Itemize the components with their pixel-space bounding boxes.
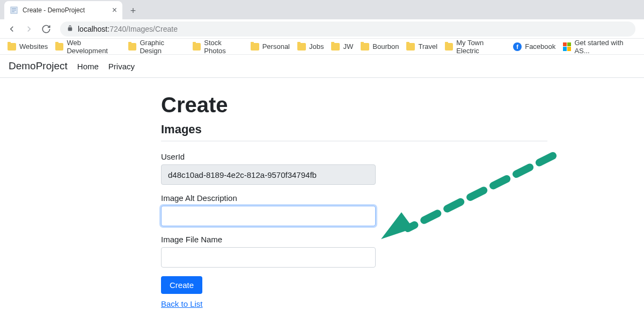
- bookmarks-bar: WebsitesWeb DevelopmentGraphic DesignSto…: [0, 39, 644, 55]
- microsoft-icon: [563, 42, 571, 51]
- folder-icon: [331, 43, 340, 51]
- create-button[interactable]: Create: [161, 276, 202, 294]
- bookmark-item[interactable]: Graphic Design: [125, 37, 188, 57]
- reload-button[interactable]: [39, 21, 54, 37]
- page-subheading: Images: [161, 123, 547, 136]
- folder-icon: [297, 43, 306, 51]
- app-brand[interactable]: DemoProject: [9, 60, 68, 72]
- folder-icon: [406, 43, 415, 51]
- page-favicon: [10, 6, 18, 15]
- image-alt-field[interactable]: [161, 206, 376, 226]
- bookmark-item[interactable]: Travel: [403, 40, 441, 53]
- bookmark-label: Get started with AS...: [574, 39, 636, 55]
- folder-icon: [361, 43, 369, 51]
- bookmark-item[interactable]: fFacebook: [510, 40, 559, 53]
- back-to-list-link[interactable]: Back to List: [161, 299, 203, 308]
- forward-button[interactable]: [21, 21, 36, 37]
- bookmark-item[interactable]: Jobs: [294, 40, 327, 53]
- bookmark-label: Jobs: [309, 42, 324, 51]
- bookmark-label: Graphic Design: [140, 39, 185, 55]
- bookmark-item[interactable]: My Town Electric: [442, 37, 509, 57]
- bookmark-label: Personal: [262, 42, 290, 51]
- page-heading: Create: [161, 93, 547, 117]
- close-tab-icon[interactable]: ×: [112, 5, 117, 15]
- folder-icon: [445, 43, 453, 51]
- userid-field[interactable]: [161, 164, 376, 185]
- new-tab-button[interactable]: +: [126, 3, 141, 18]
- url-text: localhost:7240/Images/Create: [78, 25, 178, 33]
- bookmark-item[interactable]: Websites: [4, 40, 51, 53]
- bookmark-item[interactable]: JW: [328, 40, 356, 53]
- browser-tab-strip: Create - DemoProject × +: [0, 0, 644, 19]
- svg-rect-2: [12, 10, 16, 11]
- folder-icon: [251, 43, 259, 51]
- lock-icon: [67, 25, 74, 33]
- bookmark-label: Websites: [19, 42, 48, 51]
- page-content: Create Images UserId Image Alt Descripti…: [161, 93, 547, 309]
- back-button[interactable]: [4, 21, 19, 37]
- bookmark-item[interactable]: Web Development: [52, 37, 124, 57]
- browser-tab[interactable]: Create - DemoProject ×: [4, 1, 122, 19]
- bookmark-label: JW: [343, 42, 353, 51]
- userid-label: UserId: [161, 152, 547, 161]
- folder-icon: [128, 43, 136, 51]
- image-alt-label: Image Alt Description: [161, 193, 547, 203]
- nav-link-home[interactable]: Home: [77, 62, 99, 71]
- bookmark-item[interactable]: Get started with AS...: [560, 37, 640, 57]
- svg-rect-1: [12, 8, 16, 9]
- bookmark-item[interactable]: Personal: [247, 40, 293, 53]
- bookmark-label: My Town Electric: [456, 39, 506, 55]
- address-bar[interactable]: localhost:7240/Images/Create: [60, 21, 635, 37]
- folder-icon: [8, 43, 16, 51]
- svg-rect-3: [12, 11, 14, 12]
- bookmark-label: Facebook: [525, 42, 555, 51]
- nav-link-privacy[interactable]: Privacy: [108, 62, 135, 71]
- divider: [161, 141, 547, 141]
- image-filename-field[interactable]: [161, 247, 376, 268]
- bookmark-label: Web Development: [67, 39, 121, 55]
- folder-icon: [193, 43, 201, 51]
- bookmark-label: Stock Photos: [204, 39, 243, 55]
- bookmark-label: Bourbon: [372, 42, 399, 51]
- browser-toolbar: localhost:7240/Images/Create: [0, 19, 644, 39]
- bookmark-label: Travel: [418, 42, 437, 51]
- facebook-icon: f: [513, 42, 522, 51]
- folder-icon: [55, 43, 63, 51]
- bookmark-item[interactable]: Stock Photos: [189, 37, 246, 57]
- app-navbar: DemoProject Home Privacy: [0, 55, 644, 78]
- bookmark-item[interactable]: Bourbon: [357, 40, 402, 53]
- browser-tab-title: Create - DemoProject: [23, 6, 108, 14]
- image-filename-label: Image File Name: [161, 235, 547, 244]
